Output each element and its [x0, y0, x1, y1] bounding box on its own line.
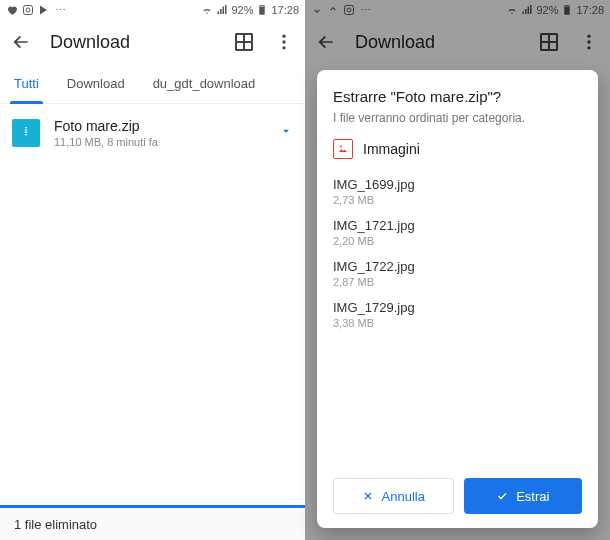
status-bar: ⋯ 92% 17:28	[0, 0, 305, 20]
svg-point-6	[282, 46, 285, 49]
battery-label: 92%	[231, 4, 253, 16]
more-status-icon: ⋯	[54, 4, 66, 16]
svg-rect-3	[260, 7, 264, 15]
list-item: IMG_1721.jpg 2,20 MB	[333, 218, 582, 247]
file-name: Foto mare.zip	[54, 118, 265, 134]
tab-tutti[interactable]: Tutti	[0, 64, 53, 103]
play-store-icon	[38, 4, 50, 16]
svg-point-5	[282, 40, 285, 43]
svg-point-14	[340, 146, 342, 148]
back-button[interactable]	[10, 31, 32, 53]
category-label: Immagini	[363, 141, 420, 157]
heart-icon	[6, 4, 18, 16]
dialog-subtitle: I file verranno ordinati per categoria.	[333, 111, 582, 125]
zip-file-icon	[12, 119, 40, 147]
file-info: Foto mare.zip 11,10 MB, 8 minuti fa	[54, 118, 265, 148]
wifi-icon	[201, 4, 213, 16]
instagram-icon	[22, 4, 34, 16]
file-name: IMG_1729.jpg	[333, 300, 582, 315]
clock-label: 17:28	[271, 4, 299, 16]
category-header: Immagini	[333, 139, 582, 159]
list-item: IMG_1722.jpg 2,87 MB	[333, 259, 582, 288]
file-name: IMG_1699.jpg	[333, 177, 582, 192]
tab-download[interactable]: Download	[53, 64, 139, 103]
snackbar: 1 file eliminato	[0, 508, 305, 540]
right-pane: ⋯ 92% 17:28 Download Estrarre "Foto mare…	[305, 0, 610, 540]
close-icon	[362, 490, 374, 502]
cancel-button[interactable]: Annulla	[333, 478, 454, 514]
image-category-icon	[333, 139, 353, 159]
dialog-title: Estrarre "Foto mare.zip"?	[333, 88, 582, 105]
tab-du-gdt-download[interactable]: du_gdt_download	[139, 64, 270, 103]
page-title: Download	[50, 32, 215, 53]
list-item: IMG_1729.jpg 3,38 MB	[333, 300, 582, 329]
file-size: 2,20 MB	[333, 235, 582, 247]
extract-label: Estrai	[516, 489, 549, 504]
dialog-actions: Annulla Estrai	[333, 478, 582, 514]
file-row[interactable]: Foto mare.zip 11,10 MB, 8 minuti fa	[0, 104, 305, 162]
grid-view-button[interactable]	[233, 31, 255, 53]
signal-icon	[216, 4, 228, 16]
expand-button[interactable]	[279, 124, 293, 142]
extract-button[interactable]: Estrai	[464, 478, 583, 514]
file-size: 3,38 MB	[333, 317, 582, 329]
svg-rect-0	[24, 6, 33, 15]
extract-dialog: Estrarre "Foto mare.zip"? I file verrann…	[317, 70, 598, 528]
app-bar: Download	[0, 20, 305, 64]
file-name: IMG_1721.jpg	[333, 218, 582, 233]
battery-icon	[256, 4, 268, 16]
overflow-menu-button[interactable]	[273, 31, 295, 53]
list-item: IMG_1699.jpg 2,73 MB	[333, 177, 582, 206]
dialog-file-list: IMG_1699.jpg 2,73 MB IMG_1721.jpg 2,20 M…	[333, 169, 582, 470]
snackbar-text: 1 file eliminato	[14, 517, 97, 532]
file-size: 2,87 MB	[333, 276, 582, 288]
svg-point-4	[282, 35, 285, 38]
svg-point-1	[26, 8, 30, 12]
left-pane: ⋯ 92% 17:28 Download Tutti Download du_g…	[0, 0, 305, 540]
tabs: Tutti Download du_gdt_download	[0, 64, 305, 104]
file-meta: 11,10 MB, 8 minuti fa	[54, 136, 265, 148]
check-icon	[496, 490, 508, 502]
file-size: 2,73 MB	[333, 194, 582, 206]
cancel-label: Annulla	[382, 489, 425, 504]
file-name: IMG_1722.jpg	[333, 259, 582, 274]
